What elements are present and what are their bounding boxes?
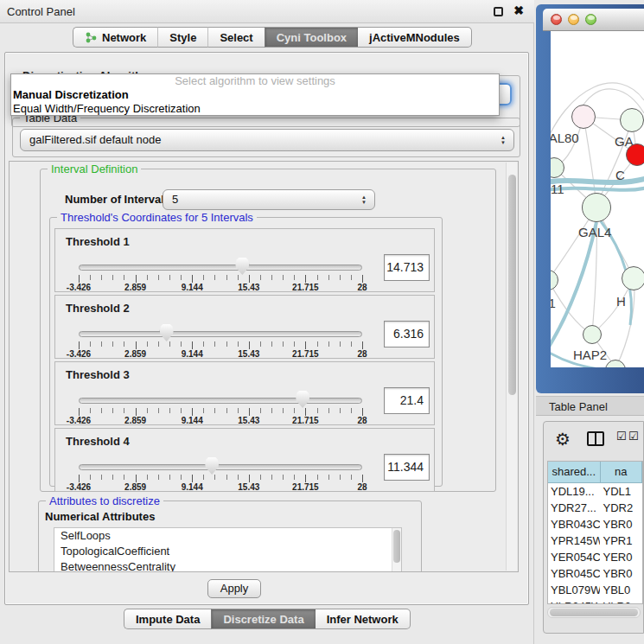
attribute-item-selfloops[interactable]: SelfLoops — [54, 528, 401, 544]
slider-thumb[interactable] — [296, 391, 309, 408]
checkbox-checked-icon[interactable]: ☑ — [616, 430, 627, 443]
network-node-gal4[interactable] — [582, 193, 611, 222]
table-cell[interactable]: YDR2 — [600, 500, 642, 516]
table-cell[interactable]: YBL0 — [600, 582, 642, 598]
slider-tick-label: 2.859 — [124, 349, 146, 359]
gear-icon[interactable]: ⚙ — [555, 429, 571, 450]
table-cell[interactable]: YDL1 — [600, 483, 642, 500]
show-columns-icon[interactable] — [587, 431, 604, 446]
apply-button[interactable]: Apply — [207, 579, 261, 598]
tab-style[interactable]: Style — [157, 27, 207, 48]
threshold-slider[interactable]: -3.4262.8599.14415.4321.71528 — [79, 362, 362, 426]
table-cell[interactable]: YDL19... — [548, 483, 600, 500]
checkbox-checked-icon[interactable]: ☑ — [628, 430, 639, 443]
table-cell[interactable]: YPR1 — [600, 532, 642, 549]
threshold-value-field[interactable]: 6.316 — [384, 321, 430, 348]
tab-infer-network[interactable]: Infer Network — [316, 609, 411, 629]
table-row[interactable]: YLR345WYLR3 — [548, 598, 642, 604]
threshold-slider[interactable]: -3.4262.8599.14415.4321.71528 — [79, 429, 362, 493]
network-canvas[interactable]: GAL80GACGAL11GAL4GCY1HHAP2 — [551, 31, 644, 367]
table-cell[interactable]: YBR045C — [548, 565, 600, 582]
tab-discretize-data[interactable]: Discretize Data — [211, 609, 315, 629]
tab-label: Select — [220, 31, 252, 44]
network-icon — [85, 31, 98, 44]
slider-tick-label: 28 — [357, 416, 367, 425]
thresholds-group: Threshold's Coordinates for 5 Intervals … — [49, 217, 443, 487]
table-cell[interactable]: YBL079W — [548, 582, 600, 598]
table-row[interactable]: YDL19...YDL1 — [548, 483, 642, 500]
threshold-slider[interactable]: -3.4262.8599.14415.4321.71528 — [79, 229, 362, 293]
tab-jactivemnodules[interactable]: jActiveMNodules — [358, 27, 472, 48]
combobox-stepper-icon[interactable]: ▲▼ — [499, 130, 507, 150]
table-cell[interactable]: YBR043C — [548, 516, 600, 532]
slider-tick-label: 15.43 — [238, 283, 259, 292]
algorithm-option-manual-discretization[interactable]: Manual Discretization — [11, 88, 499, 102]
slider-thumb[interactable] — [205, 457, 219, 475]
slider-major-tick — [192, 275, 193, 283]
algorithm-option-equal-width-frequency-discretization[interactable]: Equal Width/Frequency Discretization — [11, 102, 499, 116]
threshold-value-field[interactable]: 21.4 — [384, 387, 430, 414]
number-of-intervals-label: Number of Intervals — [65, 193, 170, 206]
slider-major-tick — [79, 475, 80, 482]
table-row[interactable]: YER054CYER0 — [548, 549, 642, 565]
list-scrollbar[interactable] — [392, 528, 401, 572]
vertical-scrollbar-thumb[interactable] — [508, 175, 516, 395]
table-data-combobox[interactable]: galFiltered.sif default node ▲▼ — [20, 129, 514, 151]
float-window-icon[interactable] — [494, 7, 503, 16]
slider-track[interactable] — [79, 265, 362, 271]
table-row[interactable]: YBR045CYBR0 — [548, 565, 642, 582]
network-window-titlebar — [543, 9, 644, 31]
slider-thumb[interactable] — [235, 258, 249, 275]
tab-select[interactable]: Select — [207, 27, 264, 48]
threshold-value-field[interactable]: 14.713 — [384, 254, 430, 281]
table-cell[interactable]: YLR3 — [600, 598, 642, 604]
threshold-slider[interactable]: -3.4262.8599.14415.4321.71528 — [79, 296, 362, 360]
table-cell[interactable]: YDR27... — [548, 500, 600, 516]
table-row[interactable]: YDR27...YDR2 — [548, 500, 642, 516]
threshold-value-field[interactable]: 11.344 — [384, 454, 430, 481]
control-panel: Control Panel ✖ NetworkStyleSelectCyni T… — [0, 0, 534, 644]
table-cell[interactable]: YBR0 — [600, 516, 642, 532]
table-cell[interactable]: YLR345W — [548, 598, 600, 604]
vertical-scrollbar[interactable] — [506, 163, 517, 571]
network-node-gal80[interactable] — [571, 105, 596, 129]
tab-network[interactable]: Network — [73, 27, 157, 48]
network-node-ga[interactable] — [620, 108, 644, 132]
tab-cyni-toolbox[interactable]: Cyni Toolbox — [265, 27, 358, 48]
slider-thumb[interactable] — [160, 324, 174, 341]
slider-track[interactable] — [79, 464, 362, 470]
table-row[interactable]: YPR145WYPR1 — [548, 532, 642, 549]
network-node-c[interactable] — [626, 143, 644, 166]
network-node-h[interactable] — [622, 266, 644, 290]
horizontal-scrollbar-thumb[interactable] — [550, 609, 638, 616]
close-icon[interactable]: ✖ — [513, 3, 524, 17]
slider-major-tick — [362, 408, 363, 416]
table-row[interactable]: YBL079WYBL0 — [548, 582, 642, 598]
number-of-intervals-combobox[interactable]: 5 ▲▼ — [163, 189, 375, 210]
combobox-stepper-icon[interactable]: ▲▼ — [360, 190, 368, 209]
close-traffic-light-icon[interactable] — [551, 14, 562, 25]
network-node-hap2[interactable] — [583, 325, 602, 344]
table-panel-window: ⚙ ☑ ☑ shared...na YDL19...YDL1YDR27...YD… — [543, 421, 644, 634]
slider-tick-label: 9.144 — [182, 416, 203, 425]
tab-impute-data[interactable]: Impute Data — [124, 609, 211, 629]
column-header-na[interactable]: na — [601, 462, 642, 483]
list-scrollbar-thumb[interactable] — [393, 530, 400, 563]
table-cell[interactable]: YPR145W — [548, 532, 600, 549]
table-cell[interactable]: YBR0 — [600, 565, 642, 582]
minimize-traffic-light-icon[interactable] — [568, 14, 579, 25]
slider-track[interactable] — [79, 331, 362, 337]
table-cell[interactable]: YER0 — [600, 549, 642, 565]
slider-track[interactable] — [79, 398, 362, 404]
horizontal-scrollbar[interactable] — [547, 607, 641, 618]
slider-major-tick — [249, 275, 250, 283]
node-label: HAP2 — [573, 348, 607, 362]
zoom-traffic-light-icon[interactable] — [585, 14, 596, 25]
column-header-shared[interactable]: shared... — [548, 462, 601, 483]
attribute-item-betweennesscentrality[interactable]: BetweennessCentrality — [54, 559, 401, 572]
attribute-item-topologicalcoefficient[interactable]: TopologicalCoefficient — [54, 544, 401, 559]
table-row[interactable]: YBR043CYBR0 — [548, 516, 642, 532]
table-cell[interactable]: YER054C — [548, 549, 600, 565]
slider-tick-label: 9.144 — [182, 482, 203, 492]
slider-major-tick — [362, 275, 363, 283]
